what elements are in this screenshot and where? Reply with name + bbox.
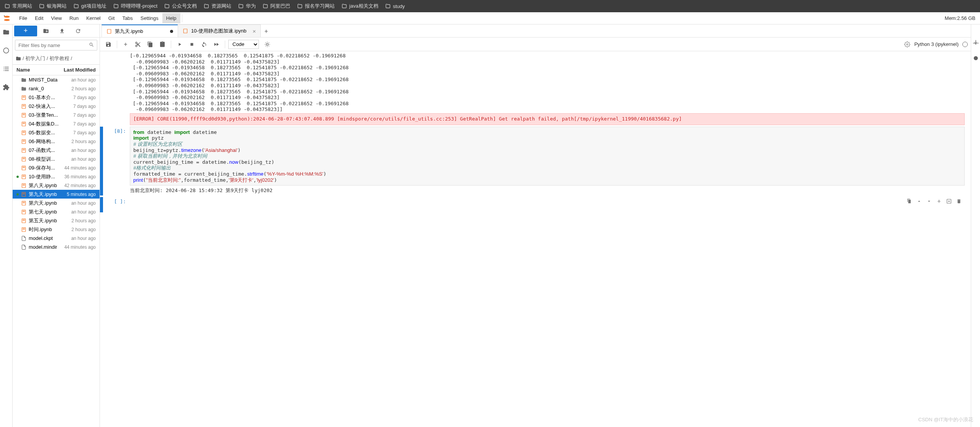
- toc-icon[interactable]: [2, 64, 11, 73]
- file-browser-icon[interactable]: [2, 28, 11, 37]
- file-row[interactable]: 10-使用静...36 minutes ago: [13, 172, 100, 181]
- file-row[interactable]: 08-模型训...an hour ago: [13, 155, 100, 163]
- menu-kernel[interactable]: Kernel: [82, 13, 105, 23]
- duplicate-cell-icon[interactable]: [906, 198, 913, 205]
- file-row[interactable]: 03-张量Ten...7 days ago: [13, 111, 100, 119]
- file-row[interactable]: 05-数据变...7 days ago: [13, 128, 100, 137]
- delete-cell-icon[interactable]: [955, 198, 962, 205]
- tab-bar: 第九天.ipynb10-使用静态图加速.ipynb×+: [100, 24, 971, 37]
- bookmark-item[interactable]: 常用网站: [5, 3, 32, 10]
- file-row[interactable]: 01-基本介...7 days ago: [13, 93, 100, 102]
- file-row[interactable]: 02-快速入...7 days ago: [13, 102, 100, 111]
- file-row[interactable]: 第六天.ipynban hour ago: [13, 199, 100, 207]
- file-row[interactable]: model.ckptan hour ago: [13, 234, 100, 243]
- cut-button[interactable]: [133, 39, 143, 50]
- svg-point-55: [266, 43, 268, 45]
- restart-button[interactable]: [199, 39, 209, 50]
- menu-run[interactable]: Run: [65, 13, 82, 23]
- svg-rect-29: [23, 166, 25, 167]
- menu-settings[interactable]: Settings: [137, 13, 162, 23]
- bookmark-item[interactable]: study: [385, 3, 405, 9]
- breadcrumb[interactable]: / 初学入门 / 初学教程 /: [13, 53, 100, 65]
- bookmark-item[interactable]: 阿里巴巴: [263, 3, 290, 10]
- close-icon[interactable]: ×: [252, 28, 256, 34]
- new-folder-button[interactable]: [39, 26, 53, 36]
- property-inspector-icon[interactable]: [973, 40, 979, 47]
- svg-rect-26: [23, 158, 25, 158]
- lsp-status-icon[interactable]: [262, 39, 273, 50]
- svg-rect-9: [23, 106, 25, 106]
- kernel-settings-icon[interactable]: [902, 39, 913, 50]
- bookmark-item[interactable]: 哔哩哔哩-project: [113, 3, 157, 10]
- running-indicator-icon: [16, 193, 19, 196]
- insert-above-icon[interactable]: [936, 198, 942, 205]
- move-down-icon[interactable]: [926, 198, 933, 205]
- upload-button[interactable]: [55, 26, 69, 36]
- svg-rect-50: [23, 228, 25, 228]
- kernel-name[interactable]: Python 3 (ipykernel): [914, 41, 968, 47]
- restart-run-all-button[interactable]: [211, 39, 222, 50]
- refresh-button[interactable]: [71, 26, 85, 36]
- save-button[interactable]: [103, 39, 114, 50]
- file-row[interactable]: 时间.ipynb2 hours ago: [13, 225, 100, 234]
- file-row[interactable]: 第五天.ipynb2 hours ago: [13, 216, 100, 225]
- svg-point-0: [4, 16, 10, 18]
- cell-type-select[interactable]: Code: [228, 40, 259, 49]
- bookmark-item[interactable]: 资源网站: [204, 3, 231, 10]
- notebook-body: [-0.12965944 -0.01934658 0.18273565 0.12…: [100, 51, 971, 427]
- column-name[interactable]: Name: [16, 67, 30, 73]
- svg-rect-38: [23, 193, 25, 193]
- code-editor[interactable]: from datetime import datetime import pyt…: [130, 127, 965, 186]
- file-row[interactable]: 04-数据集D...7 days ago: [13, 119, 100, 128]
- svg-point-3: [3, 48, 9, 53]
- file-row[interactable]: MNIST_Dataan hour ago: [13, 75, 100, 84]
- tab[interactable]: 10-使用静态图加速.ipynb×: [178, 24, 261, 37]
- bookmark-item[interactable]: git项目地址: [74, 3, 106, 10]
- file-row[interactable]: 第八天.ipynb42 minutes ago: [13, 181, 100, 190]
- file-row[interactable]: 第九天.ipynb5 minutes ago: [13, 190, 100, 199]
- column-modified[interactable]: Last Modified: [64, 67, 96, 73]
- file-row[interactable]: model.mindir44 minutes ago: [13, 243, 100, 251]
- copy-button[interactable]: [145, 39, 155, 50]
- insert-below-icon[interactable]: [946, 198, 952, 205]
- file-row[interactable]: rank_02 hours ago: [13, 84, 100, 93]
- stop-button[interactable]: [187, 39, 197, 50]
- svg-rect-36: [23, 185, 25, 185]
- file-row[interactable]: 第七天.ipynban hour ago: [13, 207, 100, 216]
- insert-cell-button[interactable]: +: [120, 39, 131, 50]
- file-row[interactable]: 06-网络构...2 hours ago: [13, 137, 100, 146]
- bookmark-item[interactable]: java相关文档: [342, 3, 378, 10]
- new-tab-button[interactable]: +: [260, 26, 272, 37]
- filter-input[interactable]: [15, 40, 97, 51]
- file-row[interactable]: 09-保存与...44 minutes ago: [13, 163, 100, 172]
- notebook-panel: 第九天.ipynb10-使用静态图加速.ipynb×+ + Code Pytho…: [100, 24, 971, 427]
- debugger-icon[interactable]: [973, 55, 979, 63]
- bookmark-item[interactable]: 报名学习网站: [297, 3, 335, 10]
- extensions-icon[interactable]: [2, 83, 11, 92]
- bookmark-item[interactable]: 公众号文档: [164, 3, 197, 10]
- file-row[interactable]: 07-函数式...an hour ago: [13, 146, 100, 155]
- move-up-icon[interactable]: [916, 198, 923, 205]
- svg-rect-41: [23, 202, 25, 202]
- run-button[interactable]: [174, 39, 185, 50]
- tab[interactable]: 第九天.ipynb: [101, 24, 178, 37]
- paste-button[interactable]: [157, 39, 168, 50]
- svg-rect-18: [23, 132, 25, 132]
- terminals-icon[interactable]: [2, 46, 11, 55]
- menu-view[interactable]: View: [47, 13, 65, 23]
- menu-edit[interactable]: Edit: [31, 13, 47, 23]
- menu-file[interactable]: File: [15, 13, 31, 23]
- svg-rect-42: [23, 202, 25, 203]
- menu-tabs[interactable]: Tabs: [118, 13, 136, 23]
- new-launcher-button[interactable]: +: [14, 26, 37, 36]
- svg-rect-20: [23, 140, 25, 140]
- menu-help[interactable]: Help: [162, 13, 180, 23]
- watermark-text: CSDN @IT海中的小浪花: [918, 416, 973, 423]
- bookmark-item[interactable]: 银海网站: [39, 3, 67, 10]
- kernel-status-icon: [962, 42, 968, 47]
- menu-git[interactable]: Git: [105, 13, 119, 23]
- empty-code-cell[interactable]: [ ]:: [100, 196, 971, 213]
- bookmark-item[interactable]: 华为: [238, 3, 256, 10]
- svg-rect-11: [23, 114, 25, 114]
- code-cell[interactable]: [8]: from datetime import datetime impor…: [100, 126, 971, 196]
